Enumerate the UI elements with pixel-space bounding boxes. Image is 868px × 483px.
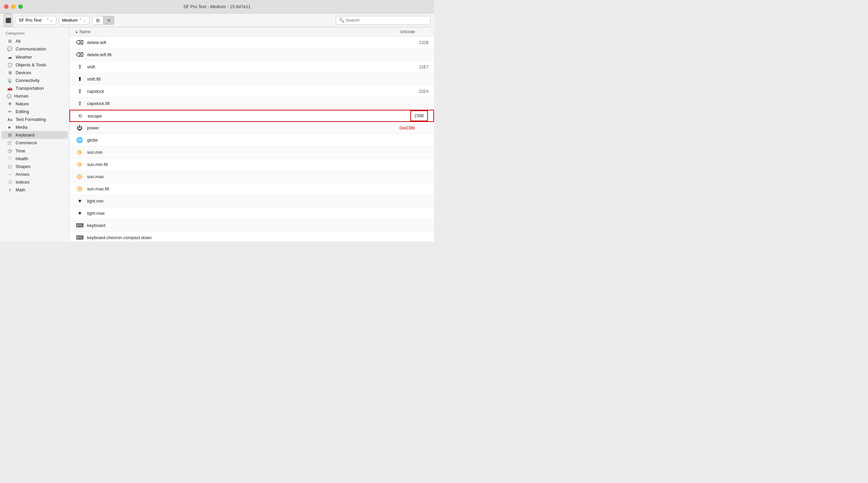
- main-layout: Categories ⊞All💬Communication☁Weather📋Ob…: [0, 27, 434, 241]
- row-icon-delete.left.fill: ⌫: [75, 50, 84, 60]
- minimize-button[interactable]: [11, 4, 16, 9]
- row-name: sun.min.fill: [87, 162, 401, 167]
- shapes-icon: ◻: [7, 164, 13, 169]
- row-icon-shift: ⇧: [75, 62, 84, 72]
- sidebar-item-objects-tools[interactable]: 📋Objects & Tools: [1, 61, 68, 69]
- sidebar-item-editing[interactable]: ✏Editing: [1, 108, 68, 115]
- search-input[interactable]: [346, 18, 428, 23]
- traffic-lights: [4, 4, 23, 9]
- table-row[interactable]: ⌫delete.left232B: [69, 37, 434, 49]
- transportation-icon: 🚗: [7, 86, 13, 91]
- sidebar: Categories ⊞All💬Communication☁Weather📋Ob…: [0, 27, 69, 241]
- row-unicode: 238B: [401, 110, 428, 121]
- sidebar-item-label-human: Human: [14, 93, 28, 99]
- table-row[interactable]: ⎋escape238B: [69, 110, 434, 122]
- sidebar-item-media[interactable]: ▶Media: [1, 123, 68, 131]
- table-row[interactable]: ⌫delete.left.fill: [69, 49, 434, 61]
- row-icon-capslock.fill: ⇪: [75, 99, 84, 108]
- sidebar-item-keyboard[interactable]: ⊞Keyboard: [1, 131, 68, 139]
- table-row[interactable]: 🔆sun.max: [69, 171, 434, 183]
- communication-icon: 💬: [7, 46, 13, 51]
- sidebar-item-human[interactable]: ○Human: [1, 92, 68, 100]
- sidebar-item-all[interactable]: ⊞All: [1, 37, 68, 45]
- sidebar-item-arrows[interactable]: →Arrows: [1, 170, 68, 178]
- sidebar-item-label-connectivity: Connectivity: [16, 78, 40, 83]
- sidebar-item-transportation[interactable]: 🚗Transportation: [1, 84, 68, 92]
- sidebar-item-nature[interactable]: ❄Nature: [1, 100, 68, 108]
- row-icon-globe: 🌐: [75, 135, 84, 145]
- math-icon: √: [7, 187, 13, 192]
- sidebar-toggle-button[interactable]: ⬛: [3, 14, 13, 27]
- indices-icon: ⬜: [7, 180, 13, 184]
- row-icon-delete.left: ⌫: [75, 38, 84, 47]
- font-name-label: SF Pro Text: [19, 18, 42, 23]
- table-row[interactable]: ✦light.min: [69, 195, 434, 207]
- table-row[interactable]: ⇧shift21E7: [69, 61, 434, 73]
- weight-label: Medium: [62, 18, 78, 23]
- table-header: ▲ Name Unicode: [69, 27, 434, 37]
- grid-view-button[interactable]: ⊞: [92, 16, 103, 24]
- sidebar-item-label-transportation: Transportation: [16, 86, 44, 91]
- weight-selector[interactable]: Medium ⌃⌄: [59, 16, 89, 25]
- sidebar-item-label-weather: Weather: [16, 55, 32, 60]
- row-icon-sun.min: 🔅: [75, 148, 84, 157]
- sidebar-item-text-formatting[interactable]: AaText Formatting: [1, 115, 68, 123]
- table-row[interactable]: ⬆shift.fill: [69, 73, 434, 85]
- row-icon-light.max: ✦: [75, 209, 84, 218]
- table-row[interactable]: ⌨keyboard: [69, 219, 434, 232]
- sidebar-item-label-communication: Communication: [16, 46, 46, 51]
- sidebar-item-time[interactable]: ◷Time: [1, 147, 68, 155]
- list-view-button[interactable]: ≡: [103, 16, 114, 24]
- search-box[interactable]: 🔍: [336, 16, 431, 25]
- col-name-header[interactable]: ▲ Name: [75, 29, 388, 34]
- keyboard-icon: ⊞: [7, 132, 13, 138]
- sidebar-item-connectivity[interactable]: 📡Connectivity: [1, 77, 68, 84]
- sidebar-item-commerce[interactable]: 🛒Commerce: [1, 139, 68, 147]
- sidebar-item-health[interactable]: ♡Health: [1, 155, 68, 163]
- sidebar-item-label-keyboard: Keyboard: [16, 132, 35, 138]
- sidebar-item-communication[interactable]: 💬Communication: [1, 45, 68, 53]
- table-row[interactable]: 🔅sun.min.fill: [69, 159, 434, 171]
- font-selector[interactable]: SF Pro Text ⌃⌄: [16, 16, 56, 25]
- table-row[interactable]: 🔆sun.max.fill: [69, 183, 434, 195]
- table-row[interactable]: ✦light.max: [69, 207, 434, 219]
- sidebar-item-label-editing: Editing: [16, 109, 29, 114]
- row-name: light.max: [87, 211, 401, 216]
- zoom-button[interactable]: [18, 4, 23, 9]
- sidebar-item-weather[interactable]: ☁Weather: [1, 53, 68, 61]
- sidebar-item-label-media: Media: [16, 125, 27, 130]
- row-name: capslock: [87, 89, 401, 94]
- table-row[interactable]: ⌨keyboard.chevron.compact.down: [69, 232, 434, 241]
- row-unicode: 232B: [401, 40, 429, 45]
- row-name: globe: [87, 138, 401, 143]
- window-title: SF Pro Text - Medium - 15.0d7e11: [183, 4, 250, 9]
- sidebar-item-math[interactable]: √Math: [1, 186, 68, 194]
- row-name: power: [87, 125, 401, 130]
- row-name: sun.max: [87, 174, 401, 179]
- editing-icon: ✏: [7, 109, 13, 114]
- sidebar-item-indices[interactable]: ⬜Indices: [1, 178, 68, 186]
- sidebar-item-label-commerce: Commerce: [16, 140, 37, 145]
- close-button[interactable]: [4, 4, 8, 9]
- row-name: delete.left.fill: [87, 52, 401, 57]
- objects-tools-icon: 📋: [7, 62, 13, 67]
- media-icon: ▶: [7, 125, 13, 129]
- devices-icon: 🖥: [7, 70, 13, 75]
- sidebar-item-shapes[interactable]: ◻Shapes: [1, 163, 68, 170]
- row-icon-keyboard: ⌨: [75, 221, 84, 230]
- table-row[interactable]: 🌐globe: [69, 134, 434, 146]
- row-name: sun.max.fill: [87, 186, 401, 191]
- row-unicode: 21E7: [401, 65, 429, 69]
- table-row[interactable]: 🔅sun.min: [69, 146, 434, 159]
- sidebar-header: Categories: [0, 30, 69, 37]
- table-row[interactable]: ⏻power0xe238b: [69, 122, 434, 134]
- row-name: keyboard: [87, 223, 401, 228]
- sidebar-item-label-arrows: Arrows: [16, 172, 29, 177]
- row-icon-shift.fill: ⬆: [75, 75, 84, 84]
- table-row[interactable]: ⇪capslock.fill: [69, 98, 434, 110]
- sort-arrow-icon: ▲: [75, 30, 78, 34]
- row-icon-light.min: ✦: [75, 196, 84, 206]
- table-row[interactable]: ⇪capslock21EA: [69, 85, 434, 98]
- sidebar-item-devices[interactable]: 🖥Devices: [1, 69, 68, 77]
- text-formatting-icon: Aa: [7, 118, 13, 122]
